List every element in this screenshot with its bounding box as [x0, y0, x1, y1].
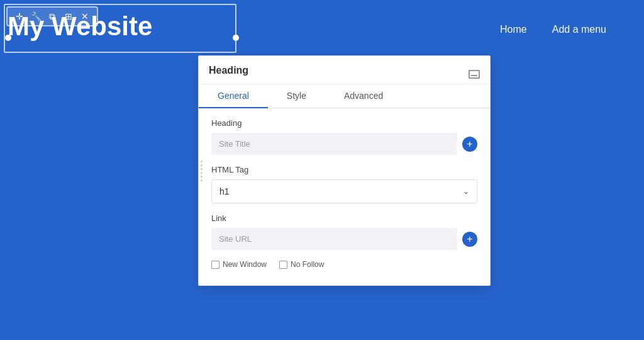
html-tag-label: HTML Tag — [211, 165, 477, 174]
panel-tabs: General Style Advanced — [199, 84, 490, 108]
drag-dot — [201, 172, 203, 174]
link-add-button[interactable]: + — [462, 232, 477, 247]
new-window-label: New Window — [223, 260, 267, 269]
minimize-button[interactable] — [469, 70, 480, 79]
minimize-icon — [471, 75, 477, 76]
no-follow-label: No Follow — [291, 260, 324, 269]
tab-general[interactable]: General — [199, 84, 268, 108]
link-input-row: + — [211, 228, 477, 250]
new-window-checkbox[interactable] — [211, 261, 219, 269]
no-follow-checkbox-item[interactable]: No Follow — [279, 260, 324, 269]
no-follow-checkbox[interactable] — [279, 261, 287, 269]
drag-dot — [201, 161, 203, 162]
panel-header: Heading — [199, 56, 490, 84]
site-title: My Website — [8, 11, 152, 42]
drag-dot — [201, 168, 203, 170]
panel-drag-handle[interactable] — [199, 56, 204, 285]
tab-style[interactable]: Style — [268, 84, 325, 108]
heading-add-button[interactable]: + — [462, 137, 477, 152]
drag-dot — [201, 179, 203, 181]
panel-body: Heading + HTML Tag h1 ⌄ Link + — [199, 108, 490, 279]
nav-bar: Home Add a menu — [500, 24, 606, 35]
nav-item-add-menu[interactable]: Add a menu — [552, 24, 606, 35]
link-checkboxes: New Window No Follow — [211, 260, 477, 269]
heading-label: Heading — [211, 118, 477, 128]
nav-item-home[interactable]: Home — [500, 24, 527, 35]
link-label: Link — [211, 213, 477, 223]
link-input[interactable] — [211, 228, 457, 250]
html-tag-section: HTML Tag h1 ⌄ — [211, 165, 477, 203]
heading-section: Heading + — [211, 118, 477, 155]
site-header: ✛ 🔧 ⧉ ⊞ ✕ My Website Home Add a menu Hea… — [0, 0, 644, 340]
html-tag-select[interactable]: h1 ⌄ — [211, 179, 477, 203]
panel-title: Heading — [209, 65, 248, 84]
new-window-checkbox-item[interactable]: New Window — [211, 260, 267, 269]
chevron-down-icon: ⌄ — [463, 187, 469, 196]
heading-input-row: + — [211, 133, 477, 155]
link-section: Link + New Window No Follow — [211, 213, 477, 269]
html-tag-value: h1 — [219, 186, 230, 196]
heading-input[interactable] — [211, 133, 457, 155]
drag-dot — [201, 176, 203, 178]
anchor-dot-right — [233, 35, 239, 41]
drag-dot — [201, 164, 203, 166]
tab-advanced[interactable]: Advanced — [325, 84, 402, 108]
heading-panel: Heading General Style Advanced Heading + — [198, 55, 491, 286]
